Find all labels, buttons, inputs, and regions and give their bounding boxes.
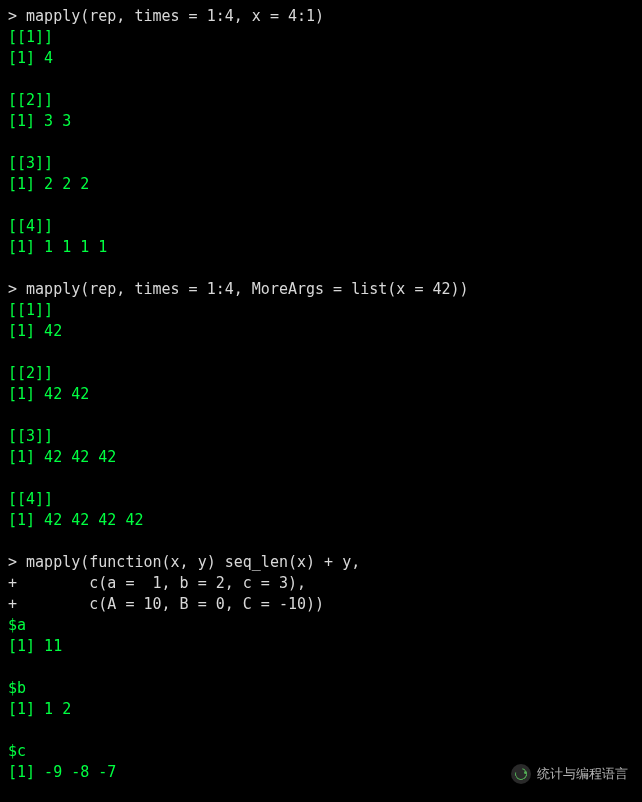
console-blank-line [8, 195, 636, 216]
console-output-line: [1] 4 [8, 48, 636, 69]
wechat-icon [511, 764, 531, 784]
console-input-line: > mapply(rep, times = 1:4, MoreArgs = li… [8, 279, 636, 300]
console-output-line: [1] 1 1 1 1 [8, 237, 636, 258]
console-blank-line [8, 720, 636, 741]
console-output-line: [1] 11 [8, 636, 636, 657]
console-output-line: [1] 42 42 42 42 [8, 510, 636, 531]
console-output-line: $c [8, 741, 636, 762]
console-output-line: [[3]] [8, 153, 636, 174]
console-output-line: [1] 2 2 2 [8, 174, 636, 195]
console-input-line: > mapply(rep, times = 1:4, x = 4:1) [8, 6, 636, 27]
console-output-line: [[4]] [8, 489, 636, 510]
r-console[interactable]: > mapply(rep, times = 1:4, x = 4:1)[[1]]… [0, 0, 642, 789]
console-blank-line [8, 405, 636, 426]
console-output-line: [1] 42 42 [8, 384, 636, 405]
console-output-line: [[2]] [8, 90, 636, 111]
console-input-line: + c(a = 1, b = 2, c = 3), [8, 573, 636, 594]
watermark-label: 统计与编程语言 [537, 763, 628, 784]
console-blank-line [8, 132, 636, 153]
console-blank-line [8, 258, 636, 279]
console-output-line: [[2]] [8, 363, 636, 384]
console-output-line: [[3]] [8, 426, 636, 447]
console-blank-line [8, 69, 636, 90]
console-input-line: > mapply(function(x, y) seq_len(x) + y, [8, 552, 636, 573]
console-output-line: [[1]] [8, 300, 636, 321]
console-blank-line [8, 531, 636, 552]
console-output-line: [1] 1 2 [8, 699, 636, 720]
console-output-line: $a [8, 615, 636, 636]
console-blank-line [8, 342, 636, 363]
console-output-line: [1] 3 3 [8, 111, 636, 132]
console-output-line: [[1]] [8, 27, 636, 48]
console-input-line: + c(A = 10, B = 0, C = -10)) [8, 594, 636, 615]
console-output-line: [1] 42 [8, 321, 636, 342]
console-output-line: $b [8, 678, 636, 699]
console-blank-line [8, 468, 636, 489]
console-blank-line [8, 657, 636, 678]
console-output-line: [1] 42 42 42 [8, 447, 636, 468]
console-output-line: [[4]] [8, 216, 636, 237]
watermark: 统计与编程语言 [511, 763, 628, 784]
